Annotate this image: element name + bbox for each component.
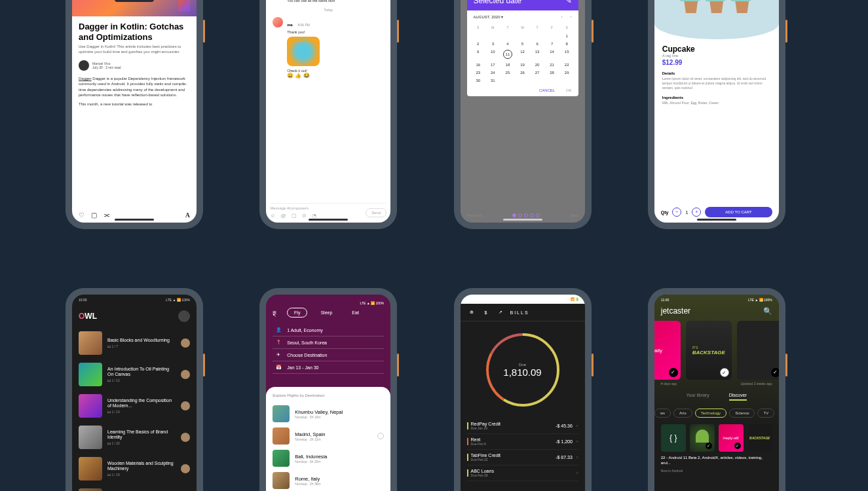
chip[interactable]: Arts — [673, 409, 692, 418]
section-tabs: Your library Discover — [654, 388, 779, 406]
check-icon[interactable]: ✓ — [706, 443, 712, 449]
accounts-icon[interactable]: $ — [481, 308, 491, 317]
bill-item[interactable]: TabFine CreditDue Feb 22-$ 87.33› — [467, 450, 578, 465]
tab-fly[interactable]: Fly — [287, 308, 307, 318]
course-title: Basic Blocks and Woodturning — [107, 338, 176, 343]
more-icon[interactable]: ◔ — [312, 213, 316, 219]
page-dot[interactable] — [512, 213, 516, 217]
heart-icon[interactable]: ♡ — [79, 211, 85, 219]
ingredients-text: Milk, Almond Flour, Egg, Butter, Cream — [662, 101, 771, 105]
destination-item[interactable]: Khumbu Valley, NepalNonstop · 5h 16m — [273, 403, 384, 425]
podcast-tile[interactable]: ✓ — [690, 424, 715, 452]
overview-icon[interactable]: ⊕ — [467, 308, 476, 317]
podcast-card[interactable]: -ally✓ — [654, 321, 681, 380]
bills-list: RedPay CreditDue Jan 29-$ 45.36› RentDue… — [461, 418, 585, 481]
bill-item[interactable]: RentDue Feb 9-$ 1,200› — [467, 434, 578, 450]
bill-item[interactable]: ABC LoansDue Feb 29› — [467, 465, 578, 481]
font-icon[interactable]: A — [185, 211, 190, 219]
jetcaster-screen: 11:00 LTE ▲ 📶 100% jetcaster 🔍 -ally✓ IT… — [654, 295, 779, 491]
bills-label: BILLS — [510, 310, 529, 315]
podcast-card[interactable]: IT'SBACKSTAGE ✓ — [686, 321, 732, 380]
pin-icon: 📍 — [275, 340, 282, 345]
origin-field[interactable]: 📍Seoul, South Korea — [273, 336, 384, 349]
next-button[interactable]: Next — [570, 213, 578, 217]
check-icon[interactable]: ✓ — [771, 368, 779, 377]
emoji-reactions[interactable]: 😀 👍 😂 — [287, 73, 384, 79]
list-item[interactable]: Understanding the Composition of Modern.… — [72, 390, 197, 422]
tab-sleep[interactable]: Sleep — [314, 308, 339, 317]
check-icon[interactable]: ✓ — [669, 368, 678, 377]
tab-library[interactable]: Your library — [687, 393, 709, 401]
share-icon[interactable]: ⫘ — [104, 211, 110, 219]
next-month-icon[interactable]: › — [571, 14, 572, 19]
profile-icon[interactable] — [178, 310, 190, 322]
tab-discover[interactable]: Discover — [729, 393, 747, 401]
podcast-tile[interactable]: BACKSTAGE — [747, 424, 772, 452]
bill-item[interactable]: RedPay CreditDue Jan 29-$ 45.36› — [467, 418, 578, 434]
podcast-card[interactable]: ✓ — [737, 321, 779, 380]
month-label[interactable]: AUGUST, 2020 ▾ — [474, 14, 504, 19]
podcast-row[interactable]: { } ✓ /reply-all/✓ BACKSTAGE — [654, 420, 779, 453]
chip[interactable]: Science — [729, 409, 755, 418]
chat-text: You can use all the same stuff — [287, 0, 384, 3]
chip-active[interactable]: Technology — [695, 409, 726, 418]
emoji-icon[interactable]: ☺ — [270, 213, 275, 219]
course-list[interactable]: Basic Blocks and Woodturning🕮 1 / 7 An I… — [72, 327, 197, 491]
category-tabs: ≡↖ Fly Sleep Eat — [273, 308, 384, 318]
list-item[interactable]: Learning The Basics of Brand Identity🕮 1… — [72, 422, 197, 453]
check-icon[interactable]: ✓ — [734, 443, 741, 449]
destination-item[interactable]: Bali, IndonesiaNonstop · 6h 20m — [273, 447, 384, 469]
message-input[interactable]: Message #composers — [270, 206, 363, 210]
location-icon[interactable]: ⊙ — [302, 213, 307, 219]
modal-actions: CANCEL OK — [467, 84, 578, 96]
chip[interactable]: ws — [654, 409, 671, 418]
chat-avatar[interactable] — [273, 17, 283, 27]
list-item[interactable]: Advanced Potter's Wheel — [72, 484, 197, 491]
at-icon[interactable]: @ — [280, 213, 286, 219]
podcast-tile[interactable]: { } — [661, 424, 686, 452]
ok-button[interactable]: OK — [566, 88, 572, 92]
image-icon[interactable]: ▢ — [292, 213, 297, 219]
add-to-cart-button[interactable]: ADD TO CART — [705, 207, 772, 217]
episode-title[interactable]: 22 - Android 11 Beta 2, AndroidX, articl… — [654, 453, 779, 469]
qty-plus-button[interactable]: + — [692, 208, 701, 217]
laptop-illustration — [115, 0, 154, 2]
featured-row[interactable]: -ally✓ IT'SBACKSTAGE ✓ ✓ — [654, 321, 779, 380]
check-icon[interactable]: ✓ — [720, 368, 729, 377]
list-item[interactable]: Wooden Materials and Sculpting Machinery… — [72, 453, 197, 484]
dates-field[interactable]: 📅Jan 13 - Jan 30 — [273, 361, 384, 374]
destination-item[interactable]: Rome, ItalyNonstop · 2h 38m — [273, 469, 384, 491]
date-picker-modal: SELECT A DATE Selected date ✎ AUGUST, 20… — [467, 0, 578, 96]
bills-icon[interactable]: ↗ — [496, 308, 505, 317]
menu-icon[interactable]: ≡↖ — [273, 309, 280, 316]
dest-thumb — [273, 472, 290, 489]
category-chips[interactable]: ws Arts Technology Science TV — [654, 406, 779, 420]
tab-eat[interactable]: Eat — [345, 308, 366, 317]
product-screen: Cupcake A tag line $12.99 Details Lorem … — [654, 0, 779, 223]
passengers-field[interactable]: 👤1 Adult, Economy — [273, 324, 384, 336]
bills-header: ⊕ $ ↗ BILLS — [461, 304, 585, 321]
calendar-day-selected[interactable]: 11 — [503, 50, 512, 59]
cupcake-image — [730, 0, 753, 13]
chat-input-bar: Message #composers ☺ @ ▢ ⊙ ◔ Send — [270, 203, 387, 219]
calendar-day[interactable]: 1 — [559, 34, 575, 38]
prev-month-icon[interactable]: ‹ — [561, 14, 563, 19]
destination-item[interactable]: Madrid, SpainNonstop · 2h 12m — [273, 425, 384, 447]
radio-icon[interactable] — [377, 433, 384, 439]
search-icon[interactable]: 🔍 — [763, 307, 772, 316]
chip[interactable]: TV — [757, 409, 774, 418]
bookmark-icon[interactable]: ▢ — [91, 211, 97, 219]
previous-button[interactable]: Previous — [467, 213, 482, 217]
cancel-button[interactable]: CANCEL — [539, 88, 555, 92]
podcast-tile[interactable]: /reply-all/✓ — [719, 424, 744, 452]
qty-minus-button[interactable]: − — [672, 208, 681, 217]
bills-screen: 📶 🔋 ⊕ $ ↗ BILLS Due 1,810.09 — [461, 295, 585, 491]
chat-message: Taylor Brooks 8:05 PM @alleonors Take a … — [266, 0, 390, 5]
list-item[interactable]: An Introduction To Oil Painting On Canva… — [72, 359, 197, 390]
destination-field[interactable]: ✈Choose Destination — [273, 349, 384, 361]
chat-text: Thank you! — [287, 30, 384, 34]
list-item[interactable]: Basic Blocks and Woodturning🕮 1 / 7 — [72, 327, 197, 359]
calendar-day[interactable]: 2 — [471, 42, 486, 46]
edit-icon[interactable]: ✎ — [565, 0, 572, 5]
send-button[interactable]: Send — [366, 208, 387, 217]
